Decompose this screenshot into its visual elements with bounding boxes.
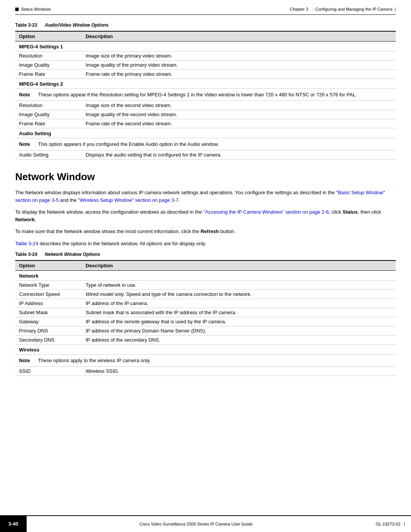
option-cell: Resolution xyxy=(15,51,82,61)
table-row: Note These options appear if the Resolut… xyxy=(15,89,396,101)
para4-text: describes the options in the Network win… xyxy=(38,241,206,246)
note-container: Note This option appears if you configur… xyxy=(19,140,392,149)
note-label: Note xyxy=(19,141,34,147)
note-container: Note These options appear if the Resolut… xyxy=(19,90,392,99)
para3-end: button. xyxy=(219,228,235,234)
table23-id: Table 3-23 xyxy=(15,22,37,28)
table24-title: Network Window Options xyxy=(45,252,100,257)
para2-bold2: Network xyxy=(15,217,35,222)
description-cell: Frame rate of the primary video stream. xyxy=(82,70,396,79)
option-cell: Gateway xyxy=(15,317,82,326)
table-row: Network Type Type of network in use. xyxy=(15,281,396,290)
description-cell: Image quality of the second video stream… xyxy=(82,110,396,119)
section-label: MPEG-4 Settings 1 xyxy=(19,44,63,50)
table-row: Resolution Image size of the second vide… xyxy=(15,101,396,110)
table-row: Frame Rate Frame rate of the second vide… xyxy=(15,119,396,128)
table-row: Audio Setting Displays the audio setting… xyxy=(15,150,396,160)
option-cell: Primary DNS xyxy=(15,326,82,335)
note-label: Note xyxy=(19,92,34,97)
option-cell: Resolution xyxy=(15,101,82,110)
table24-col-option: Option xyxy=(15,260,82,271)
para2-bold1: Status xyxy=(342,209,358,215)
para3-pre: To make sure that the Network window sho… xyxy=(15,228,201,234)
table23-col-description: Description xyxy=(82,31,396,42)
chapter-number: Chapter 3 xyxy=(290,7,308,11)
table-row: IP Address IP address of the IP camera. xyxy=(15,299,396,308)
table-row: MPEG-4 Settings 1 xyxy=(15,42,396,51)
option-cell: Frame Rate xyxy=(15,119,82,128)
table-row: Image Quality Image quality of the secon… xyxy=(15,110,396,119)
chapter-title: Configuring and Managing the IP Camera xyxy=(315,7,392,11)
table24: Option Description Network Network Type … xyxy=(15,260,396,376)
header-section-label: Status Windows xyxy=(21,7,51,11)
page-footer: 3-40 Cisco Video Surveillance 2500 Serie… xyxy=(0,515,411,532)
para2-pre: To display the Network window, access th… xyxy=(15,209,203,215)
description-cell: Type of network in use. xyxy=(82,281,396,290)
table23-col-option: Option xyxy=(15,31,82,42)
table-row: SSID Wireless SSID. xyxy=(15,367,396,376)
footer-center-text: Cisco Video Surveillance 2500 Series IP … xyxy=(27,515,365,532)
note-label: Note xyxy=(19,358,34,363)
table-row: Connection Speed Wired model only. Speed… xyxy=(15,290,396,299)
table-row: Note These options apply to the wireless… xyxy=(15,355,396,367)
table-row: Secondary DNS IP address of the secondar… xyxy=(15,335,396,345)
para1-end: . xyxy=(178,197,180,203)
table-row: Wireless xyxy=(15,345,396,355)
note-text: These options apply to the wireless IP c… xyxy=(38,358,151,363)
table-row: Image Quality Image quality of the prima… xyxy=(15,61,396,70)
section-label: MPEG-4 Settings 2 xyxy=(19,81,63,87)
description-cell: Wireless SSID. xyxy=(82,367,396,376)
note-container: Note These options apply to the wireless… xyxy=(19,356,392,365)
description-cell: Displays the audio setting that is confi… xyxy=(82,150,396,160)
note-text: These options appear if the Resolution s… xyxy=(38,92,357,97)
header-right: Chapter 3 Configuring and Managing the I… xyxy=(290,7,396,11)
table23-header-row: Option Description xyxy=(15,31,396,42)
para3-bold: Refresh xyxy=(201,228,219,234)
note-text: This option appears if you configured th… xyxy=(38,141,219,147)
table24-header-row: Option Description xyxy=(15,260,396,271)
option-cell: IP Address xyxy=(15,299,82,308)
description-cell: Frame rate of the second video stream. xyxy=(82,119,396,128)
footer-doc-num: OL-19273-02 xyxy=(376,522,400,526)
footer-title: Cisco Video Surveillance 2500 Series IP … xyxy=(139,522,252,526)
option-cell: SSID xyxy=(15,367,82,376)
network-window-heading: Network Window xyxy=(15,171,396,183)
description-cell: IP address of the primary Domain Name Se… xyxy=(82,326,396,335)
header-left: Status Windows xyxy=(15,7,51,11)
table-row: Network xyxy=(15,271,396,281)
description-cell: Image size of the primary video stream. xyxy=(82,51,396,61)
para2-end: . xyxy=(35,217,36,222)
footer-divider-bar: | xyxy=(403,522,405,526)
para2-link[interactable]: "Accessing the IP Camera Windows" sectio… xyxy=(203,209,329,215)
section-indicator xyxy=(15,8,19,11)
para1-mid: and the xyxy=(59,197,78,203)
footer-right-text: OL-19273-02 | xyxy=(365,515,411,532)
main-content: Table 3-23 Audio/Video Window Options Op… xyxy=(0,15,411,391)
description-cell: Subnet mask that is associated with the … xyxy=(82,308,396,317)
table23: Option Description MPEG-4 Settings 1 Res… xyxy=(15,31,396,160)
page-container: Status Windows Chapter 3 Configuring and… xyxy=(0,0,411,532)
option-cell: Image Quality xyxy=(15,61,82,70)
option-cell: Image Quality xyxy=(15,110,82,119)
description-cell: Image quality of the primary video strea… xyxy=(82,61,396,70)
table-row: Primary DNS IP address of the primary Do… xyxy=(15,326,396,335)
option-cell: Frame Rate xyxy=(15,70,82,79)
table23-title: Audio/Video Window Options xyxy=(45,22,108,28)
table-row: Resolution Image size of the primary vid… xyxy=(15,51,396,61)
table24-col-description: Description xyxy=(82,260,396,271)
table-row: MPEG-4 Settings 2 xyxy=(15,79,396,89)
para1-link2[interactable]: "Wireless Setup Window" section on page … xyxy=(78,197,178,203)
para4-link[interactable]: Table 3-24 xyxy=(15,241,38,246)
section-label: Audio Setting xyxy=(19,131,51,136)
network-window-para4: Table 3-24 describes the options in the … xyxy=(15,240,396,248)
option-cell: Network Type xyxy=(15,281,82,290)
para2-mid: , click xyxy=(329,209,342,215)
option-cell: Secondary DNS xyxy=(15,335,82,345)
table-row: Audio Setting xyxy=(15,128,396,138)
table-row: Gateway IP address of the remote gateway… xyxy=(15,317,396,326)
table24-id: Table 3-24 xyxy=(15,252,37,257)
description-cell: Wired model only. Speed and type of the … xyxy=(82,290,396,299)
para1-text: The Network window displays information … xyxy=(15,190,336,195)
network-window-para1: The Network window displays information … xyxy=(15,189,396,204)
option-cell: Connection Speed xyxy=(15,290,82,299)
